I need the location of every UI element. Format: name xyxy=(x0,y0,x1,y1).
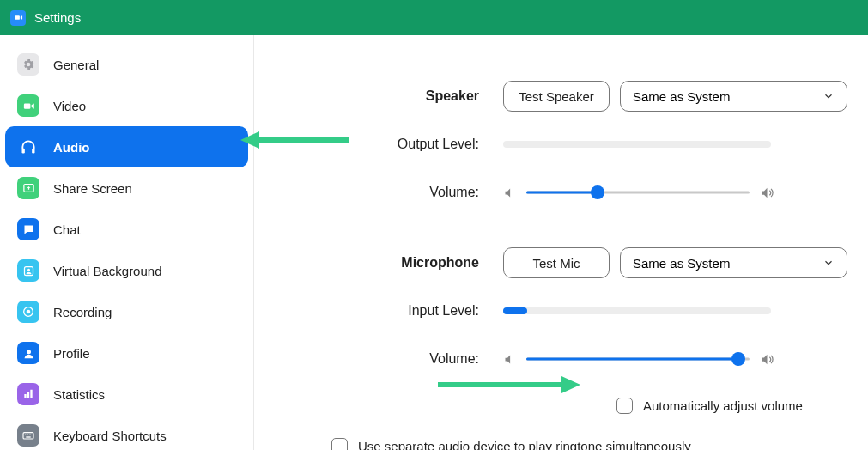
svg-rect-16 xyxy=(29,435,30,435)
input-level-label: Input Level: xyxy=(331,303,503,319)
separate-ringtone-checkbox[interactable] xyxy=(331,438,348,450)
svg-rect-0 xyxy=(15,15,20,20)
titlebar: Settings xyxy=(0,0,868,35)
content: Speaker Test Speaker Same as System Outp… xyxy=(254,35,868,450)
sidebar-item-keyboard-shortcuts[interactable]: Keyboard Shortcuts xyxy=(5,415,248,450)
sidebar-item-chat[interactable]: Chat xyxy=(5,209,248,250)
speaker-volume-slider[interactable] xyxy=(526,185,750,200)
sidebar-item-video[interactable]: Video xyxy=(5,85,248,126)
output-level-meter xyxy=(503,141,771,148)
sidebar-item-recording[interactable]: Recording xyxy=(5,291,248,332)
microphone-section-label: Microphone xyxy=(331,255,503,271)
sidebar-item-audio[interactable]: Audio xyxy=(5,126,248,167)
svg-point-6 xyxy=(27,268,30,271)
chevron-down-icon xyxy=(822,90,835,102)
input-level-meter xyxy=(503,307,771,314)
gear-icon xyxy=(17,53,39,76)
svg-rect-17 xyxy=(26,436,30,437)
sidebar-item-label: Statistics xyxy=(53,387,105,402)
svg-rect-10 xyxy=(24,394,26,398)
svg-rect-15 xyxy=(27,435,28,435)
chevron-down-icon xyxy=(822,257,835,269)
share-screen-icon xyxy=(17,177,39,199)
app-icon xyxy=(10,10,26,26)
sidebar-item-label: Profile xyxy=(53,346,90,361)
virtual-background-icon xyxy=(17,259,39,282)
profile-icon xyxy=(17,342,39,364)
recording-icon xyxy=(17,301,39,323)
sidebar-item-label: Recording xyxy=(53,305,112,319)
video-icon xyxy=(17,94,39,117)
svg-rect-14 xyxy=(25,435,26,435)
sidebar-item-label: Virtual Background xyxy=(53,264,161,278)
speaker-device-select[interactable]: Same as System xyxy=(620,81,847,112)
sidebar-item-general[interactable]: General xyxy=(5,44,248,85)
volume-high-icon xyxy=(760,185,774,200)
volume-high-icon xyxy=(760,352,774,367)
svg-rect-1 xyxy=(23,103,30,108)
svg-point-9 xyxy=(27,350,31,354)
chat-icon xyxy=(17,218,39,240)
headphones-icon xyxy=(17,136,39,158)
sidebar-item-label: General xyxy=(53,58,99,72)
sidebar-item-share-screen[interactable]: Share Screen xyxy=(5,167,248,209)
sidebar-item-virtual-background[interactable]: Virtual Background xyxy=(5,250,248,291)
mic-volume-slider[interactable] xyxy=(526,351,750,367)
sidebar-item-label: Keyboard Shortcuts xyxy=(53,429,167,443)
svg-rect-11 xyxy=(27,392,29,398)
sidebar-item-label: Share Screen xyxy=(53,181,132,196)
keyboard-icon xyxy=(17,424,39,447)
output-level-label: Output Level: xyxy=(331,137,503,152)
separate-ringtone-label: Use separate audio device to play ringto… xyxy=(358,439,691,450)
window-title: Settings xyxy=(34,10,81,25)
svg-rect-3 xyxy=(32,149,34,154)
svg-rect-12 xyxy=(30,390,32,398)
statistics-icon xyxy=(17,383,39,405)
speaker-device-value: Same as System xyxy=(633,89,730,104)
svg-rect-13 xyxy=(23,433,33,439)
auto-adjust-volume-checkbox[interactable] xyxy=(616,398,633,414)
test-speaker-button[interactable]: Test Speaker xyxy=(503,81,610,112)
speaker-section-label: Speaker xyxy=(331,88,503,104)
sidebar-item-profile[interactable]: Profile xyxy=(5,332,248,374)
sidebar-item-label: Audio xyxy=(53,140,90,155)
sidebar: General Video Audio Share Screen Chat xyxy=(0,35,254,450)
test-mic-button[interactable]: Test Mic xyxy=(503,247,610,278)
sidebar-item-label: Video xyxy=(53,99,86,113)
volume-low-icon xyxy=(503,353,516,366)
volume-low-icon xyxy=(503,186,516,199)
sidebar-item-statistics[interactable]: Statistics xyxy=(5,374,248,415)
svg-point-8 xyxy=(27,310,31,314)
speaker-volume-label: Volume: xyxy=(331,185,503,200)
mic-device-value: Same as System xyxy=(633,256,730,271)
mic-device-select[interactable]: Same as System xyxy=(620,247,847,278)
mic-volume-label: Volume: xyxy=(331,351,503,367)
sidebar-item-label: Chat xyxy=(53,222,81,237)
svg-rect-2 xyxy=(22,149,25,154)
auto-adjust-volume-label: Automatically adjust volume xyxy=(643,398,803,413)
